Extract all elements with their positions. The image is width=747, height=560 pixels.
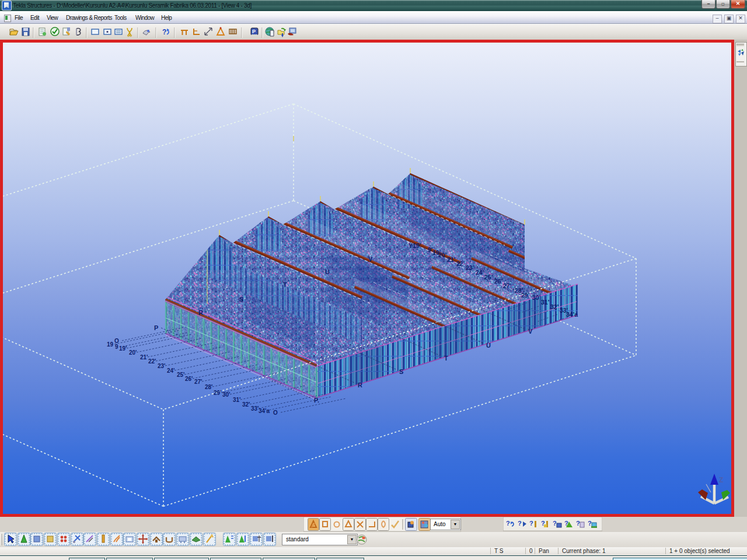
svg-text:26': 26'	[494, 278, 502, 285]
svg-text:23': 23'	[466, 264, 474, 271]
svg-text:?: ?	[162, 28, 166, 36]
svg-text:V: V	[368, 256, 373, 262]
svg-text:26': 26'	[185, 376, 193, 382]
svg-text:24': 24'	[476, 269, 484, 276]
svg-text:29': 29'	[214, 390, 222, 396]
svg-text:21': 21'	[447, 256, 455, 263]
svg-text:T: T	[444, 355, 448, 362]
svg-text:19: 19	[107, 341, 114, 348]
svg-text:31': 31'	[233, 397, 241, 403]
svg-text:34'a: 34'a	[259, 408, 270, 414]
svg-text:S: S	[239, 296, 243, 303]
svg-text:34'a: 34'a	[566, 311, 578, 318]
svg-text:9: 9	[115, 344, 118, 350]
svg-text:27': 27'	[194, 379, 203, 385]
svg-text:?: ?	[576, 520, 580, 527]
svg-text:?: ?	[506, 520, 510, 527]
svg-text:21': 21'	[140, 354, 148, 360]
svg-text:20': 20'	[129, 349, 137, 356]
svg-text:24': 24'	[167, 368, 175, 374]
svg-text:S: S	[399, 368, 403, 375]
svg-text:22': 22'	[148, 358, 156, 365]
svg-text:27': 27'	[503, 282, 511, 289]
svg-text:22': 22'	[456, 260, 465, 267]
svg-text:V: V	[528, 328, 533, 335]
svg-text:33': 33'	[251, 405, 259, 412]
svg-text:O: O	[273, 410, 278, 416]
svg-text:U: U	[486, 342, 491, 349]
svg-text:T: T	[283, 281, 287, 288]
svg-text:Z: Z	[719, 476, 723, 484]
svg-text:31': 31'	[541, 299, 549, 306]
svg-text:30': 30'	[222, 391, 231, 398]
svg-text:28': 28'	[205, 384, 213, 390]
svg-text:25': 25'	[177, 372, 185, 378]
svg-text:20': 20'	[438, 251, 446, 258]
svg-text:?: ?	[518, 520, 522, 527]
svg-text:?: ?	[588, 520, 592, 527]
svg-text:R: R	[198, 309, 203, 316]
svg-text:U: U	[325, 268, 330, 275]
svg-text:P: P	[154, 324, 158, 331]
svg-text:P.: P.	[314, 397, 319, 404]
svg-text:?: ?	[529, 520, 533, 527]
svg-text:29': 29'	[521, 292, 529, 299]
svg-text:19': 19'	[119, 345, 127, 352]
svg-text:23': 23'	[158, 363, 166, 369]
svg-text:25': 25'	[484, 274, 493, 281]
svg-text:Y19': Y19'	[409, 242, 421, 249]
svg-text:P: P	[252, 29, 256, 34]
svg-text:32': 32'	[550, 303, 558, 310]
svg-text:?: ?	[553, 520, 557, 527]
svg-text:R: R	[358, 382, 362, 388]
svg-text:32': 32'	[242, 401, 250, 408]
svg-text:30': 30'	[532, 294, 540, 301]
